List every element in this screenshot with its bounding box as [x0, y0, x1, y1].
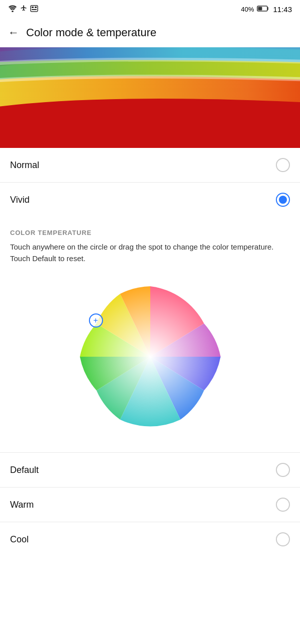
sim-icon	[30, 5, 38, 14]
temperature-options: Default Warm Cool	[0, 452, 300, 556]
default-radio[interactable]	[276, 463, 290, 477]
svg-rect-3	[35, 7, 37, 8]
page-title: Color mode & temperature	[26, 26, 156, 39]
status-bar: 40% 11:43	[0, 0, 300, 18]
color-wheel-container[interactable]: +	[10, 276, 290, 437]
color-temp-description: Touch anywhere on the circle or drag the…	[10, 242, 290, 264]
svg-rect-6	[258, 7, 262, 10]
time-display: 11:43	[273, 5, 292, 14]
warm-radio[interactable]	[276, 498, 290, 512]
color-mode-normal[interactable]: Normal	[0, 148, 300, 183]
battery-percent: 40%	[241, 6, 254, 13]
default-label: Default	[10, 465, 39, 475]
status-right-info: 40% 11:43	[241, 5, 292, 14]
header: ← Color mode & temperature	[0, 18, 300, 47]
vivid-label: Vivid	[10, 195, 30, 205]
rainbow-svg	[0, 47, 300, 148]
vivid-radio[interactable]	[276, 193, 290, 207]
plus-icon: +	[93, 316, 98, 325]
back-button[interactable]: ←	[8, 26, 19, 39]
hero-image	[0, 47, 300, 148]
normal-label: Normal	[10, 160, 39, 171]
cool-label: Cool	[10, 534, 29, 545]
normal-radio[interactable]	[276, 158, 290, 172]
battery-icon	[257, 5, 270, 14]
svg-rect-4	[32, 9, 37, 10]
drag-handle[interactable]: +	[89, 313, 103, 328]
airplane-icon	[20, 5, 27, 14]
svg-point-0	[12, 10, 14, 12]
temp-warm[interactable]: Warm	[0, 488, 300, 522]
color-mode-section: Normal Vivid	[0, 148, 300, 217]
svg-rect-2	[32, 7, 34, 8]
color-temp-label: COLOR TEMPERATURE	[10, 229, 290, 236]
temp-default[interactable]: Default	[0, 453, 300, 488]
warm-label: Warm	[10, 500, 34, 510]
color-mode-vivid[interactable]: Vivid	[0, 183, 300, 217]
color-wheel-svg[interactable]	[70, 276, 231, 437]
wifi-icon	[8, 5, 17, 14]
temp-cool[interactable]: Cool	[0, 522, 300, 556]
cool-radio[interactable]	[276, 532, 290, 546]
color-wheel[interactable]: +	[70, 276, 231, 437]
color-temp-section: COLOR TEMPERATURE Touch anywhere on the …	[0, 217, 300, 437]
svg-rect-1	[31, 6, 38, 12]
svg-point-8	[80, 286, 221, 427]
status-left-icons	[8, 5, 38, 14]
